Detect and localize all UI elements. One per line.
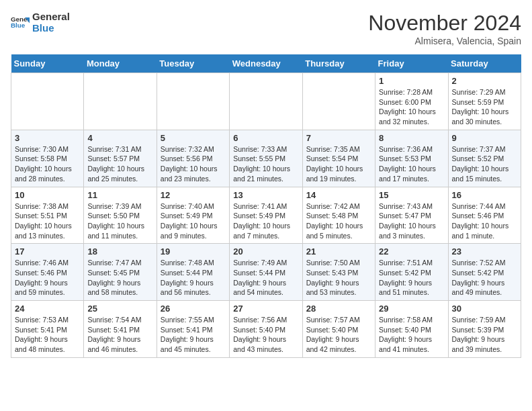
- calendar-cell: 25Sunrise: 7:54 AM Sunset: 5:41 PM Dayli…: [84, 301, 157, 358]
- day-info: Sunrise: 7:37 AM Sunset: 5:52 PM Dayligh…: [452, 144, 517, 184]
- day-info: Sunrise: 7:52 AM Sunset: 5:42 PM Dayligh…: [452, 258, 517, 298]
- day-info: Sunrise: 7:49 AM Sunset: 5:44 PM Dayligh…: [233, 258, 298, 298]
- calendar-cell: 11Sunrise: 7:39 AM Sunset: 5:50 PM Dayli…: [84, 187, 157, 244]
- day-number: 17: [15, 246, 80, 257]
- day-number: 5: [161, 133, 226, 143]
- day-number: 14: [306, 190, 371, 200]
- calendar-week-1: 1Sunrise: 7:28 AM Sunset: 6:00 PM Daylig…: [11, 73, 521, 130]
- day-info: Sunrise: 7:57 AM Sunset: 5:40 PM Dayligh…: [306, 315, 371, 355]
- day-info: Sunrise: 7:48 AM Sunset: 5:44 PM Dayligh…: [161, 258, 226, 298]
- calendar-header-row: SundayMondayTuesdayWednesdayThursdayFrid…: [11, 54, 521, 73]
- day-info: Sunrise: 7:42 AM Sunset: 5:48 PM Dayligh…: [306, 201, 371, 241]
- calendar-cell: 9Sunrise: 7:37 AM Sunset: 5:52 PM Daylig…: [448, 130, 521, 187]
- day-info: Sunrise: 7:43 AM Sunset: 5:47 PM Dayligh…: [379, 201, 444, 241]
- day-info: Sunrise: 7:40 AM Sunset: 5:49 PM Dayligh…: [161, 201, 226, 241]
- day-info: Sunrise: 7:32 AM Sunset: 5:56 PM Dayligh…: [161, 144, 226, 184]
- calendar-cell: 20Sunrise: 7:49 AM Sunset: 5:44 PM Dayli…: [230, 244, 302, 301]
- calendar-cell: 28Sunrise: 7:57 AM Sunset: 5:40 PM Dayli…: [302, 301, 375, 358]
- calendar-cell: 12Sunrise: 7:40 AM Sunset: 5:49 PM Dayli…: [157, 187, 229, 244]
- day-info: Sunrise: 7:53 AM Sunset: 5:41 PM Dayligh…: [15, 315, 80, 355]
- day-header-thursday: Thursday: [302, 54, 375, 73]
- calendar-cell: 3Sunrise: 7:30 AM Sunset: 5:58 PM Daylig…: [11, 130, 84, 187]
- day-number: 12: [161, 190, 226, 200]
- calendar-cell: 2Sunrise: 7:29 AM Sunset: 5:59 PM Daylig…: [448, 73, 521, 130]
- calendar-cell: [84, 73, 157, 130]
- day-info: Sunrise: 7:56 AM Sunset: 5:40 PM Dayligh…: [233, 315, 298, 355]
- day-info: Sunrise: 7:35 AM Sunset: 5:54 PM Dayligh…: [306, 144, 371, 184]
- calendar-cell: 23Sunrise: 7:52 AM Sunset: 5:42 PM Dayli…: [448, 244, 521, 301]
- calendar-week-2: 3Sunrise: 7:30 AM Sunset: 5:58 PM Daylig…: [11, 130, 521, 187]
- calendar-cell: 29Sunrise: 7:58 AM Sunset: 5:40 PM Dayli…: [375, 301, 448, 358]
- day-header-tuesday: Tuesday: [157, 54, 229, 73]
- calendar-cell: 19Sunrise: 7:48 AM Sunset: 5:44 PM Dayli…: [157, 244, 229, 301]
- day-number: 7: [306, 133, 371, 143]
- logo-line1: General: [32, 11, 70, 22]
- day-number: 10: [15, 190, 80, 200]
- day-info: Sunrise: 7:31 AM Sunset: 5:57 PM Dayligh…: [87, 144, 152, 184]
- calendar-cell: 18Sunrise: 7:47 AM Sunset: 5:45 PM Dayli…: [84, 244, 157, 301]
- day-info: Sunrise: 7:55 AM Sunset: 5:41 PM Dayligh…: [161, 315, 226, 355]
- day-number: 22: [379, 246, 444, 257]
- day-header-sunday: Sunday: [11, 54, 84, 73]
- calendar-cell: 7Sunrise: 7:35 AM Sunset: 5:54 PM Daylig…: [302, 130, 375, 187]
- calendar-body: 1Sunrise: 7:28 AM Sunset: 6:00 PM Daylig…: [11, 73, 521, 358]
- day-info: Sunrise: 7:36 AM Sunset: 5:53 PM Dayligh…: [379, 144, 444, 184]
- calendar-cell: 6Sunrise: 7:33 AM Sunset: 5:55 PM Daylig…: [230, 130, 302, 187]
- day-info: Sunrise: 7:28 AM Sunset: 6:00 PM Dayligh…: [379, 87, 444, 127]
- day-number: 18: [87, 246, 152, 257]
- calendar-cell: 27Sunrise: 7:56 AM Sunset: 5:40 PM Dayli…: [230, 301, 302, 358]
- day-header-wednesday: Wednesday: [230, 54, 302, 73]
- day-number: 16: [452, 190, 517, 200]
- day-info: Sunrise: 7:51 AM Sunset: 5:42 PM Dayligh…: [379, 258, 444, 298]
- day-number: 15: [379, 190, 444, 200]
- logo-icon: General Blue: [11, 13, 30, 32]
- calendar-cell: 4Sunrise: 7:31 AM Sunset: 5:57 PM Daylig…: [84, 130, 157, 187]
- day-number: 25: [87, 304, 152, 314]
- day-number: 4: [87, 133, 152, 143]
- day-info: Sunrise: 7:54 AM Sunset: 5:41 PM Dayligh…: [87, 315, 152, 355]
- day-info: Sunrise: 7:47 AM Sunset: 5:45 PM Dayligh…: [87, 258, 152, 298]
- calendar-cell: 30Sunrise: 7:59 AM Sunset: 5:39 PM Dayli…: [448, 301, 521, 358]
- day-info: Sunrise: 7:46 AM Sunset: 5:46 PM Dayligh…: [15, 258, 80, 298]
- day-header-monday: Monday: [84, 54, 157, 73]
- day-number: 27: [233, 304, 298, 314]
- day-number: 3: [15, 133, 80, 143]
- calendar-cell: [302, 73, 375, 130]
- calendar-week-5: 24Sunrise: 7:53 AM Sunset: 5:41 PM Dayli…: [11, 301, 521, 358]
- day-info: Sunrise: 7:39 AM Sunset: 5:50 PM Dayligh…: [87, 201, 152, 241]
- calendar-cell: 22Sunrise: 7:51 AM Sunset: 5:42 PM Dayli…: [375, 244, 448, 301]
- calendar-cell: 16Sunrise: 7:44 AM Sunset: 5:46 PM Dayli…: [448, 187, 521, 244]
- logo: General Blue General Blue: [11, 11, 70, 34]
- day-info: Sunrise: 7:41 AM Sunset: 5:49 PM Dayligh…: [233, 201, 298, 241]
- day-info: Sunrise: 7:33 AM Sunset: 5:55 PM Dayligh…: [233, 144, 298, 184]
- page-header: General Blue General Blue November 2024 …: [11, 11, 521, 46]
- calendar-cell: 26Sunrise: 7:55 AM Sunset: 5:41 PM Dayli…: [157, 301, 229, 358]
- calendar-cell: 14Sunrise: 7:42 AM Sunset: 5:48 PM Dayli…: [302, 187, 375, 244]
- calendar-cell: 1Sunrise: 7:28 AM Sunset: 6:00 PM Daylig…: [375, 73, 448, 130]
- day-number: 26: [161, 304, 226, 314]
- day-info: Sunrise: 7:58 AM Sunset: 5:40 PM Dayligh…: [379, 315, 444, 355]
- day-number: 1: [379, 76, 444, 86]
- calendar-cell: 10Sunrise: 7:38 AM Sunset: 5:51 PM Dayli…: [11, 187, 84, 244]
- day-header-friday: Friday: [375, 54, 448, 73]
- day-number: 28: [306, 304, 371, 314]
- day-number: 20: [233, 246, 298, 257]
- day-header-saturday: Saturday: [448, 54, 521, 73]
- day-number: 11: [87, 190, 152, 200]
- day-info: Sunrise: 7:29 AM Sunset: 5:59 PM Dayligh…: [452, 87, 517, 127]
- day-number: 13: [233, 190, 298, 200]
- calendar-cell: 17Sunrise: 7:46 AM Sunset: 5:46 PM Dayli…: [11, 244, 84, 301]
- svg-text:Blue: Blue: [11, 21, 26, 29]
- day-info: Sunrise: 7:38 AM Sunset: 5:51 PM Dayligh…: [15, 201, 80, 241]
- calendar-cell: [11, 73, 84, 130]
- day-number: 24: [15, 304, 80, 314]
- location: Almisera, Valencia, Spain: [368, 36, 521, 46]
- calendar-week-3: 10Sunrise: 7:38 AM Sunset: 5:51 PM Dayli…: [11, 187, 521, 244]
- title-block: November 2024 Almisera, Valencia, Spain: [368, 11, 521, 46]
- day-number: 23: [452, 246, 517, 257]
- month-title: November 2024: [368, 11, 521, 36]
- day-info: Sunrise: 7:59 AM Sunset: 5:39 PM Dayligh…: [452, 315, 517, 355]
- calendar-cell: [230, 73, 302, 130]
- calendar-cell: 24Sunrise: 7:53 AM Sunset: 5:41 PM Dayli…: [11, 301, 84, 358]
- day-info: Sunrise: 7:50 AM Sunset: 5:43 PM Dayligh…: [306, 258, 371, 298]
